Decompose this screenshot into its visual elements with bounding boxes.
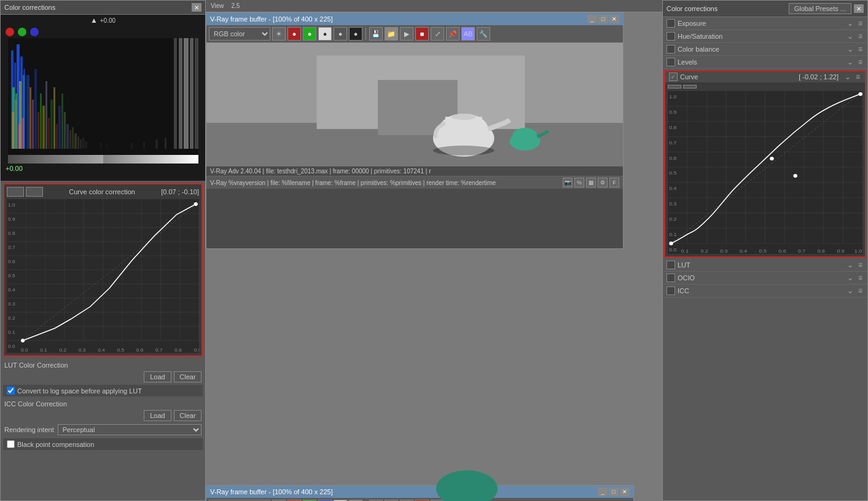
- toolbar-extra-icon[interactable]: 🔧: [477, 27, 490, 41]
- toolbar-arrow-icon[interactable]: ⤢: [431, 27, 444, 41]
- red-channel-icon[interactable]: [6, 28, 14, 36]
- color-balance-menu-button[interactable]: ≡: [857, 45, 864, 53]
- levels-menu-button[interactable]: ≡: [857, 58, 864, 66]
- svg-text:1.0: 1.0: [854, 248, 862, 254]
- toolbar-ab-icon[interactable]: AB: [461, 27, 475, 41]
- curve-checkbox[interactable]: ✓: [669, 73, 678, 81]
- lut-load-button[interactable]: Load: [144, 371, 171, 382]
- toolbar-icon-white[interactable]: ●: [318, 27, 332, 41]
- green-channel-icon[interactable]: [18, 28, 26, 36]
- svg-rect-27: [48, 118, 50, 149]
- vray-bottom-minimize-button[interactable]: _: [598, 487, 608, 496]
- vray-bottom-close-button[interactable]: ✕: [620, 487, 630, 496]
- cc-item-levels: Levels ⌄ ≡: [663, 56, 867, 69]
- lut-right-checkbox[interactable]: [667, 261, 675, 269]
- left-curve-coords: [0.07 ; -0.10]: [161, 188, 199, 195]
- icc-right-expand-button[interactable]: ⌄: [846, 286, 854, 295]
- svg-point-103: [433, 146, 495, 156]
- icc-right-menu-button[interactable]: ≡: [857, 286, 864, 295]
- vray-bottom-maximize-button[interactable]: □: [609, 487, 619, 496]
- icc-right-checkbox[interactable]: [667, 286, 675, 295]
- left-panel-titlebar: Color corrections ✕: [1, 1, 205, 15]
- color-balance-checkbox[interactable]: [667, 45, 675, 53]
- vray-top-close-button[interactable]: ✕: [609, 15, 619, 23]
- black-point-checkbox[interactable]: [7, 440, 15, 448]
- levels-checkbox[interactable]: [667, 58, 675, 66]
- exposure-menu-button[interactable]: ≡: [857, 19, 864, 28]
- svg-rect-29: [53, 87, 55, 149]
- toolbar-save-icon[interactable]: 💾: [369, 27, 383, 41]
- toolbar-render-icon[interactable]: ▶: [400, 27, 413, 41]
- svg-text:0.8: 0.8: [818, 248, 826, 254]
- curve-btn-1[interactable]: [7, 187, 24, 197]
- curve-btn-2[interactable]: [26, 187, 43, 197]
- lut-right-expand-button[interactable]: ⌄: [846, 261, 854, 269]
- info-icon-percent[interactable]: %: [574, 178, 584, 187]
- right-curve-expand-button[interactable]: ⌄: [843, 73, 852, 81]
- right-curve-menu-button[interactable]: ≡: [854, 73, 861, 81]
- lut-checkbox-label: Convert to log space before applying LUT: [17, 387, 142, 395]
- toolbar-folder-icon[interactable]: 📁: [385, 27, 398, 41]
- blue-channel-icon[interactable]: [30, 28, 39, 36]
- cc-item-icc: ICC ⌄ ≡: [663, 285, 867, 298]
- color-balance-expand-button[interactable]: ⌄: [846, 45, 854, 53]
- toolbar-stop-icon[interactable]: ■: [415, 27, 429, 41]
- vray-top-color-mode-select[interactable]: RGB color: [209, 27, 270, 41]
- lut-checkbox-row[interactable]: Convert to log space before applying LUT: [3, 385, 203, 396]
- histogram-slider[interactable]: [8, 155, 198, 164]
- toolbar-icon-green[interactable]: ●: [303, 27, 316, 41]
- vray-top-minimize-button[interactable]: _: [587, 15, 597, 23]
- icc-right-label: ICC: [678, 287, 843, 294]
- hue-saturation-checkbox[interactable]: [667, 32, 675, 41]
- svg-rect-6: [26, 75, 29, 149]
- toolbar-zoom-item[interactable]: 2.5: [229, 2, 243, 9]
- vray-window-top: V-Ray frame buffer - [100% of 400 x 225]…: [206, 12, 624, 249]
- left-panel-close-button[interactable]: ✕: [192, 3, 201, 12]
- toolbar-icon-1[interactable]: ☀: [272, 27, 286, 41]
- svg-text:1.0: 1.0: [669, 93, 677, 100]
- hue-saturation-expand-button[interactable]: ⌄: [846, 32, 854, 41]
- info-icon-grid[interactable]: ▦: [586, 178, 596, 187]
- lut-right-menu-button[interactable]: ≡: [857, 261, 864, 269]
- lut-clear-button[interactable]: Clear: [174, 371, 201, 382]
- info-icon-f[interactable]: F: [609, 178, 619, 187]
- levels-expand-button[interactable]: ⌄: [846, 58, 854, 66]
- icc-clear-button[interactable]: Clear: [174, 410, 201, 421]
- global-presets-button[interactable]: Global Presets ...: [789, 3, 851, 14]
- svg-text:0.1: 0.1: [8, 329, 15, 335]
- icc-load-button[interactable]: Load: [144, 410, 171, 421]
- vray-top-title: V-Ray frame buffer - [100% of 400 x 225]: [210, 15, 333, 23]
- teapot-bottom-peek: [421, 452, 513, 501]
- svg-text:0.8: 0.8: [174, 347, 182, 353]
- toolbar-pin-icon[interactable]: 📌: [446, 27, 459, 41]
- vray-top-info-text: V-Ray %vrayversion | file: %filename | f…: [210, 179, 563, 186]
- vray-top-info-icons: 📷 % ▦ ⚙ F: [563, 178, 619, 187]
- toolbar-icon-red[interactable]: ●: [287, 27, 301, 41]
- left-curve-grid[interactable]: 1.0 0.9 0.8 0.7 0.6 0.5 0.4 0.3 0.2 0.1 …: [7, 199, 199, 353]
- svg-text:0.3: 0.3: [669, 200, 677, 207]
- info-icon-settings[interactable]: ⚙: [598, 178, 608, 187]
- vray-top-toolbar: RGB color ☀ ● ● ● ● ● 💾 📁 ▶ ■ ⤢ 📌 AB 🔧: [206, 25, 623, 43]
- exposure-expand-button[interactable]: ⌄: [846, 19, 854, 28]
- vray-bottom-title-buttons: _ □ ✕: [598, 487, 630, 496]
- toolbar-icon-darkgray[interactable]: ●: [334, 27, 347, 41]
- exposure-checkbox[interactable]: [667, 19, 675, 28]
- ocio-right-checkbox[interactable]: [667, 274, 675, 282]
- toolbar-sep-1: [366, 28, 366, 40]
- right-curve-grid[interactable]: 1.0 0.9 0.8 0.7 0.6 0.5 0.4 0.3 0.2 0.1 …: [668, 91, 862, 254]
- svg-rect-34: [66, 124, 69, 149]
- svg-text:0.2: 0.2: [60, 347, 67, 353]
- right-curve-preset-btn-2[interactable]: [683, 85, 697, 89]
- toolbar-icon-black[interactable]: ●: [349, 27, 362, 41]
- rendering-intent-select[interactable]: Perceptual Relative Saturation Absolute: [58, 424, 201, 435]
- hue-saturation-menu-button[interactable]: ≡: [857, 32, 864, 41]
- exposure-label: Exposure: [678, 20, 843, 27]
- ocio-right-expand-button[interactable]: ⌄: [846, 274, 854, 282]
- lut-log-space-checkbox[interactable]: [7, 387, 15, 395]
- right-curve-preset-btn-1[interactable]: [668, 85, 681, 89]
- info-icon-camera[interactable]: 📷: [563, 178, 573, 187]
- toolbar-view-item[interactable]: View: [208, 2, 227, 9]
- right-panel-close-button[interactable]: ✕: [854, 4, 864, 13]
- ocio-right-menu-button[interactable]: ≡: [857, 274, 864, 282]
- vray-top-maximize-button[interactable]: □: [598, 15, 608, 23]
